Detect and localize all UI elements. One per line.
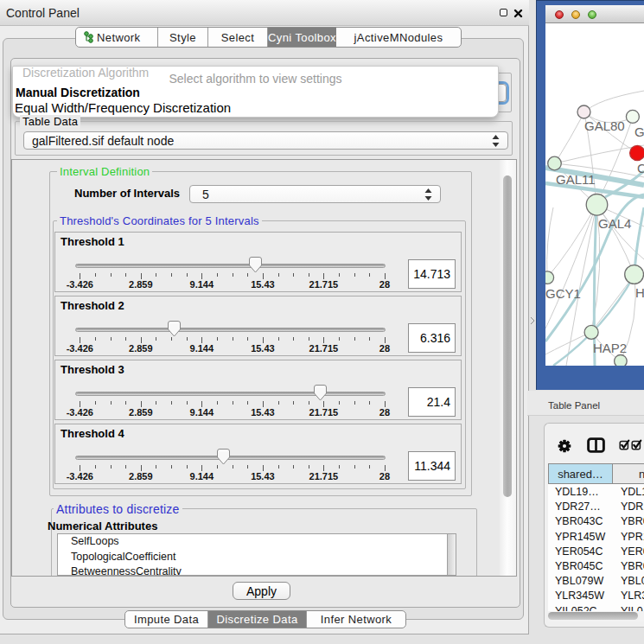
svg-text:H: H (635, 285, 644, 300)
svg-text:GAL4: GAL4 (598, 216, 631, 231)
svg-text:GAL11: GAL11 (556, 172, 596, 187)
svg-text:GAL80: GAL80 (584, 118, 625, 133)
svg-text:C: C (637, 161, 644, 175)
svg-text:GCY1: GCY1 (545, 286, 581, 301)
svg-text:GA: GA (634, 124, 644, 139)
svg-text:HAP2: HAP2 (593, 341, 627, 355)
